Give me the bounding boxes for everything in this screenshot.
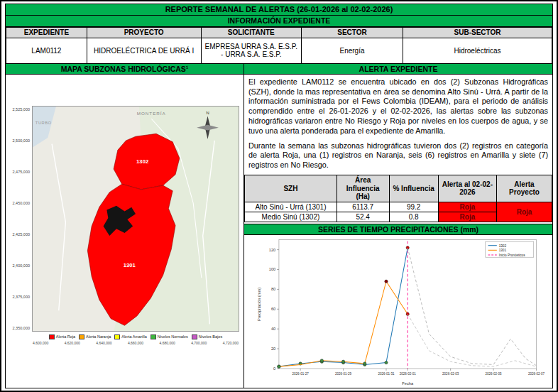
svg-text:80: 80 [271,287,275,291]
section-header-alerta-expediente: ALERTA EXPEDIENTE [244,64,552,74]
cell-pct: 0.8 [389,212,438,222]
col-header-alerta-proyecto: Alerta Proyecto [497,175,552,202]
city-label-monteria: MONTERÍA [137,111,166,116]
svg-text:120: 120 [269,247,275,251]
legend-label: Alerta Roja [56,334,75,339]
svg-text:0: 0 [273,366,275,370]
compass-north-label: N [206,109,209,114]
cell-alerta-status: Roja [438,212,496,222]
alert-paragraph-2: Durante la semana las subzonas hidrográf… [244,138,552,172]
legend-swatch-bajos [192,334,197,339]
table-row-alto-sinu: Alto Sinú - Urrá (1301) 6113.7 99.2 Roja… [245,202,552,212]
value-solicitante: EMPRESA URRA S.A. E.S.P. - URRA S.A. E.S… [201,38,301,63]
map-canvas: 1302 1301 MONTERÍA TURBO N [33,107,239,331]
map-section: 2,525,000 2,500,000 2,475,000 2,450,000 … [6,75,244,388]
svg-text:1302: 1302 [499,244,507,247]
y-axis-label: 2,375,000 [8,295,30,299]
legend-swatch-roja [49,334,55,339]
legend-swatch-naranja [79,334,84,339]
svg-text:20: 20 [271,347,275,351]
y-axis-label: 2,500,000 [8,138,30,143]
section-header-informacion-expediente: INFORMACIÓN EXPEDIENTE [6,16,552,27]
szh-table-header-row: SZH Área Influencia (Ha) % Influencia Al… [245,175,552,202]
col-header-solicitante: SOLICITANTE [201,27,301,38]
report-document: REPORTE SEMANAL DE ALERTAS (26-01-2026 a… [5,4,553,388]
legend-swatch-normales [151,334,156,339]
svg-text:100: 100 [269,267,275,271]
info-table-value-row: LAM0112 HIDROELÉCTRICA DE URRÁ I EMPRESA… [6,38,552,63]
alert-section: El expediente LAM0112 se encuentra ubica… [244,75,552,388]
cell-area: 52.4 [337,212,389,222]
cell-area: 6113.7 [337,202,389,212]
legend-item-niveles-normales: Niveles Normales [151,334,188,339]
svg-text:40: 40 [271,327,275,331]
svg-text:2026-02-07: 2026-02-07 [528,372,545,376]
x-axis-label: 4,720,000 [223,341,239,345]
map-with-axis: 2,525,000 2,500,000 2,475,000 2,450,000 … [8,106,239,332]
zone-label-1301: 1301 [124,262,136,268]
col-header-subsector: SUB-SECTOR [403,27,552,38]
legend-label: Alerta Amarilla [121,334,146,339]
section-header-mapa-subzonas: MAPA SUBZONAS HIDROLÓGICAS¹ [6,64,244,74]
alert-paragraph-1: El expediente LAM0112 se encuentra ubica… [244,75,552,138]
info-table-header-row: EXPEDIENTE PROYECTO SOLICITANTE SECTOR S… [6,27,552,38]
svg-text:2026-01-31: 2026-01-31 [378,372,395,376]
legend-item-alerta-naranja: Alerta Naranja [79,334,111,339]
col-header-sector: SECTOR [302,27,403,38]
map-x-axis: 4,600,000 4,620,000 4,640,000 4,660,000 … [32,341,239,345]
x-axis-label: 4,620,000 [65,341,80,345]
y-axis-label: 2,525,000 [8,107,30,111]
y-axis-label: 2,350,000 [8,326,30,330]
legend-label: Niveles Normales [158,334,188,339]
y-axis-label: 2,400,000 [8,263,30,268]
page-title: REPORTE SEMANAL DE ALERTAS (26-01-2026 a… [6,4,552,16]
cell-alerta-proyecto: Roja [497,202,552,222]
legend-item-alerta-amarilla: Alerta Amarilla [114,334,146,339]
legend-label: Alerta Naranja [86,334,111,339]
legend-item-alerta-roja: Alerta Roja [49,334,75,339]
city-label-turbo: TURBO [35,121,52,125]
cell-pct: 99.2 [389,202,438,212]
report-page: REPORTE SEMANAL DE ALERTAS (26-01-2026 a… [0,0,558,392]
zone-label-1302: 1302 [136,158,148,165]
cell-szh-name: Alto Sinú - Urrá (1301) [245,202,337,212]
main-content: 2,525,000 2,500,000 2,475,000 2,450,000 … [6,75,552,388]
cell-alerta-status: Roja [438,202,496,212]
expediente-info-table: EXPEDIENTE PROYECTO SOLICITANTE SECTOR S… [6,27,552,64]
x-axis-label: 4,640,000 [96,341,111,345]
svg-text:2026-02-05: 2026-02-05 [486,372,503,376]
legend-label: Niveles Bajos [199,334,222,339]
col-header-area-influencia: Área Influencia (Ha) [337,175,389,202]
svg-text:2026-02-03: 2026-02-03 [442,372,459,376]
y-axis-label: 2,475,000 [8,170,30,174]
map-legend: Alerta Roja Alerta Naranja Alerta Amaril… [32,334,239,339]
svg-text:1301: 1301 [499,249,507,252]
svg-text:2026-01-29: 2026-01-29 [335,372,352,376]
cell-szh-name: Medio Sinú (1302) [245,212,337,222]
map-frame: 1302 1301 MONTERÍA TURBO N [32,106,239,332]
legend-swatch-amarilla [114,334,120,339]
col-header-alerta-fecha: Alerta al 02-02-2026 [438,175,496,202]
col-header-proyecto: PROYECTO [87,27,201,38]
svg-text:Inicio Pronósticos: Inicio Pronósticos [499,253,526,256]
col-header-szh: SZH [245,175,337,202]
section-header-series-tiempo: SERIES DE TIEMPO PRECIPITACIONES (mm) [244,224,552,235]
svg-text:Fecha: Fecha [402,381,414,385]
szh-alert-table: SZH Área Influencia (Ha) % Influencia Al… [244,175,552,222]
x-axis-label: 4,660,000 [128,341,143,345]
precipitation-time-series-chart: 0204060801001202026-01-272026-01-292026-… [246,236,551,387]
x-axis-label: 4,700,000 [191,341,207,345]
col-header-pct-influencia: % Influencia [389,175,438,202]
chart-container: 0204060801001202026-01-272026-01-292026-… [244,235,552,388]
map-y-axis: 2,525,000 2,500,000 2,475,000 2,450,000 … [8,106,32,332]
y-axis-label: 2,450,000 [8,201,30,205]
x-axis-label: 4,680,000 [160,341,175,345]
svg-text:2026-01-27: 2026-01-27 [292,372,310,376]
value-sector: Energía [302,38,403,63]
legend-item-niveles-bajos: Niveles Bajos [192,334,222,339]
y-axis-label: 2,425,000 [8,232,30,236]
svg-text:60: 60 [271,307,275,311]
x-axis-label: 4,600,000 [33,341,48,345]
col-header-expediente: EXPEDIENTE [6,27,87,38]
value-proyecto: HIDROELÉCTRICA DE URRÁ I [87,38,201,63]
